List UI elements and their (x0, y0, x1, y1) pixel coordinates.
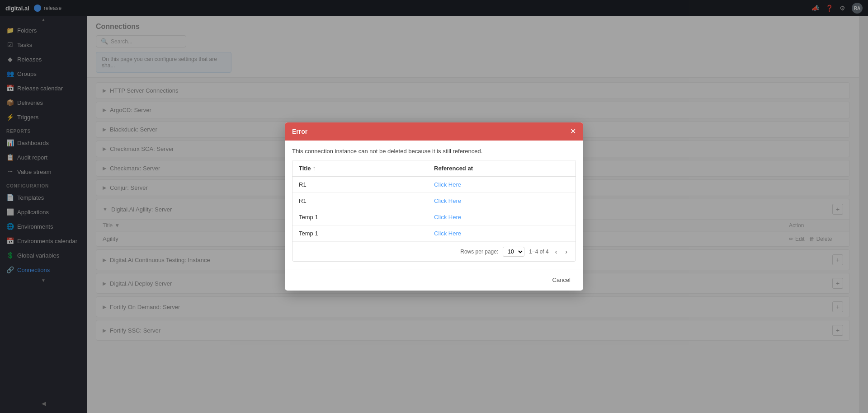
modal-overlay: Error ✕ This connection instance can not… (87, 16, 859, 413)
modal-table-header: Title ↑ Referenced at (292, 160, 576, 177)
col-ref-header: Referenced at (434, 165, 569, 172)
modal-body: This connection instance can not be dele… (285, 141, 583, 269)
rows-per-page-select[interactable]: 10 25 50 (503, 247, 524, 257)
row-ref: Click Here (434, 197, 569, 204)
modal-header: Error ✕ (285, 122, 583, 141)
rows-per-page-label: Rows per page: (460, 249, 498, 255)
title-label: Title (299, 165, 311, 172)
cancel-button[interactable]: Cancel (547, 274, 576, 286)
prev-page-button[interactable]: ‹ (553, 247, 559, 256)
click-here-link[interactable]: Click Here (434, 181, 461, 188)
modal-message: This connection instance can not be dele… (292, 148, 576, 155)
click-here-link[interactable]: Click Here (434, 214, 461, 221)
next-page-button[interactable]: › (563, 247, 569, 256)
error-modal: Error ✕ This connection instance can not… (285, 122, 583, 291)
row-ref: Click Here (434, 214, 569, 221)
row-title: Temp 1 (299, 214, 434, 221)
row-title: R1 (299, 197, 434, 204)
modal-pagination: Rows per page: 10 25 50 1–4 of 4 ‹ › (292, 242, 576, 261)
row-title: Temp 1 (299, 230, 434, 237)
table-row: Temp 1 Click Here (292, 225, 576, 242)
modal-title: Error (292, 128, 307, 135)
table-row: R1 Click Here (292, 177, 576, 193)
main-content: Connections 🔍 On this page you can confi… (87, 16, 859, 413)
row-title: R1 (299, 181, 434, 188)
table-row: R1 Click Here (292, 193, 576, 209)
modal-table: Title ↑ Referenced at R1 Click Here (292, 160, 576, 262)
sort-asc-icon[interactable]: ↑ (313, 165, 316, 172)
click-here-link[interactable]: Click Here (434, 230, 461, 237)
page-range: 1–4 of 4 (529, 249, 548, 255)
modal-footer: Cancel (285, 269, 583, 291)
table-row: Temp 1 Click Here (292, 209, 576, 225)
app-body: ▲ 📁 Folders ☑ Tasks ◆ Releases 👥 Groups … (0, 16, 868, 413)
col-title-header: Title ↑ (299, 165, 434, 172)
row-ref: Click Here (434, 230, 569, 237)
row-ref: Click Here (434, 181, 569, 188)
modal-close-button[interactable]: ✕ (570, 128, 576, 135)
click-here-link[interactable]: Click Here (434, 197, 461, 204)
